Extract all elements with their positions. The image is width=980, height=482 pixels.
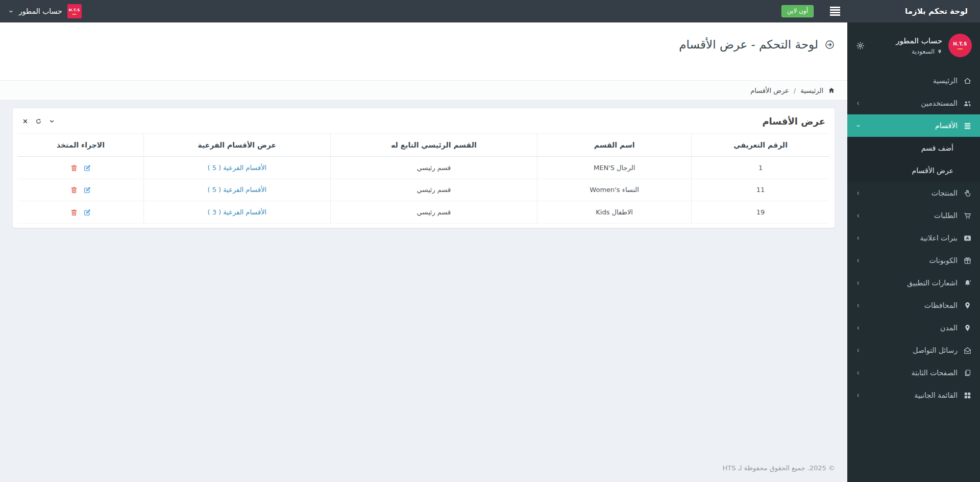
user-name: حساب المطور	[896, 36, 942, 45]
sidebar-item[interactable]: بنرات اعلانية	[847, 227, 980, 249]
chevron-left-icon	[855, 393, 861, 398]
bell-icon	[958, 279, 972, 287]
cell-subcategories: الأقسام الفرعية ( 5 )	[143, 179, 330, 201]
collapse-button[interactable]	[48, 118, 55, 125]
main-content: لوحة التحكم - عرض الأقسام الرئيسية / عرض…	[0, 0, 847, 482]
sidebar-item-label: اشعارات التطبيق	[861, 279, 958, 287]
column-header: اسم القسم	[537, 134, 692, 157]
chevron-down-icon	[855, 123, 861, 129]
table-row: 1 الرجال MEN'S قسم رئيسي الأقسام الفرعية…	[18, 157, 829, 179]
sidebar-item[interactable]: المدن	[847, 317, 980, 339]
sidebar-item[interactable]: المستخدمين	[847, 92, 980, 114]
sidebar-item[interactable]: الطلبات	[847, 204, 980, 227]
edit-button[interactable]	[83, 164, 91, 172]
trash-icon	[70, 186, 78, 194]
cell-name: الاطفال Kids	[537, 201, 692, 224]
sidebar-item-label: المستخدمين	[861, 99, 958, 107]
sections-table-body: 1 الرجال MEN'S قسم رئيسي الأقسام الفرعية…	[18, 157, 829, 224]
sidebar-item[interactable]: الكوبونات	[847, 249, 980, 272]
home-icon	[828, 87, 835, 94]
ad-icon	[958, 234, 972, 243]
sidebar-item[interactable]: الأقسام	[847, 114, 980, 137]
subcategories-link[interactable]: الأقسام الفرعية ( 3 )	[207, 208, 266, 216]
cell-id: 11	[692, 179, 829, 201]
cell-id: 1	[692, 157, 829, 179]
delete-button[interactable]	[70, 208, 78, 216]
cell-actions	[18, 157, 143, 179]
sidebar-menu: الرئيسية المستخدمين الأقسام أضف قسمعرض ا…	[847, 69, 980, 406]
edit-icon	[83, 186, 91, 194]
app-title: لوحة تحكم بلازما	[847, 0, 980, 22]
smile-icon	[957, 47, 963, 50]
sidebar-item[interactable]: اشعارات التطبيق	[847, 272, 980, 294]
cell-actions	[18, 179, 143, 201]
chevron-down-icon	[48, 118, 55, 125]
panel-header: عرض الأقسام	[13, 108, 835, 133]
cell-parent-section: قسم رئيسي	[330, 201, 537, 224]
sidebar-subitem[interactable]: عرض الأقسام	[847, 159, 980, 182]
chevron-left-icon	[855, 303, 861, 308]
sidebar-item[interactable]: القائمة الجانبية	[847, 384, 980, 406]
cell-actions	[18, 201, 143, 224]
account-menu[interactable]: H.T.S حساب المطور	[0, 0, 90, 22]
cell-name: الرجال MEN'S	[537, 157, 692, 179]
sidebar-item[interactable]: المنتجات	[847, 182, 980, 204]
sections-panel: عرض الأقسام الرقم التعريفياسم القسمالقسم…	[12, 108, 835, 228]
cell-subcategories: الأقسام الفرعية ( 3 )	[143, 201, 330, 224]
panel-tools	[22, 118, 55, 125]
breadcrumb-separator: /	[794, 87, 796, 94]
chevron-left-icon	[855, 213, 861, 219]
chevron-down-icon	[8, 9, 14, 14]
column-header: القسم الرئيسي التابع له	[330, 134, 537, 157]
subcategories-link[interactable]: الأقسام الفرعية ( 5 )	[207, 164, 266, 172]
sidebar-item[interactable]: المحافظات	[847, 294, 980, 317]
user-location: السعودية	[896, 48, 942, 55]
gift-icon	[958, 256, 972, 265]
refresh-button[interactable]	[35, 118, 42, 125]
user-panel: H.T.S حساب المطور السعودية	[847, 22, 980, 67]
sidebar-item-label: الرئيسية	[855, 77, 958, 85]
table-row: 19 الاطفال Kids قسم رئيسي الأقسام الفرعي…	[18, 201, 829, 224]
sidebar-subitem[interactable]: أضف قسم	[847, 137, 980, 159]
edit-icon	[83, 208, 91, 216]
refresh-icon	[35, 118, 42, 125]
chevron-left-icon	[855, 348, 861, 353]
sidebar-item-label: رسائل التواصل	[861, 346, 958, 354]
close-button[interactable]	[22, 118, 29, 125]
chevron-left-icon	[855, 325, 861, 331]
map-pin-icon	[937, 49, 942, 54]
delete-button[interactable]	[70, 164, 78, 172]
sidebar-item-label: الطلبات	[861, 211, 958, 220]
sidebar-item-label: الكوبونات	[861, 256, 958, 264]
delete-button[interactable]	[70, 186, 78, 194]
cart-icon	[958, 211, 972, 220]
users-icon	[958, 99, 972, 108]
grid-icon	[958, 391, 972, 400]
column-header: الرقم التعريفي	[692, 134, 829, 157]
sidebar-item-label: المنتجات	[861, 189, 958, 197]
hand-icon	[958, 189, 972, 198]
sidebar-item[interactable]: الصفحات الثابتة	[847, 362, 980, 384]
cell-id: 19	[692, 201, 829, 224]
edit-button[interactable]	[83, 208, 91, 216]
pages-icon	[958, 369, 972, 377]
page-title: لوحة التحكم - عرض الأقسام	[12, 38, 835, 51]
sidebar-item-label: الصفحات الثابتة	[861, 369, 958, 377]
list-icon	[958, 122, 972, 130]
hts-logo: H.T.S	[67, 4, 82, 18]
edit-icon	[83, 164, 91, 172]
breadcrumb-home-link[interactable]: الرئيسية	[800, 87, 823, 94]
edit-button[interactable]	[83, 186, 91, 194]
sidebar-item-label: بنرات اعلانية	[861, 234, 958, 242]
sidebar-item[interactable]: رسائل التواصل	[847, 339, 980, 362]
chevron-left-icon	[855, 280, 861, 286]
subcategories-link[interactable]: الأقسام الفرعية ( 5 )	[207, 186, 266, 194]
trash-icon	[70, 164, 78, 172]
sidebar-item[interactable]: الرئيسية	[847, 69, 980, 92]
topbar: لوحة تحكم بلازما أون لاين H.T.S حساب الم…	[0, 0, 980, 22]
sidebar-toggle-button[interactable]	[823, 0, 847, 22]
cell-parent-section: قسم رئيسي	[330, 179, 537, 201]
settings-gear-icon[interactable]	[855, 41, 865, 51]
table-row: 11 النساء Women's قسم رئيسي الأقسام الفر…	[18, 179, 829, 201]
close-icon	[22, 118, 29, 125]
